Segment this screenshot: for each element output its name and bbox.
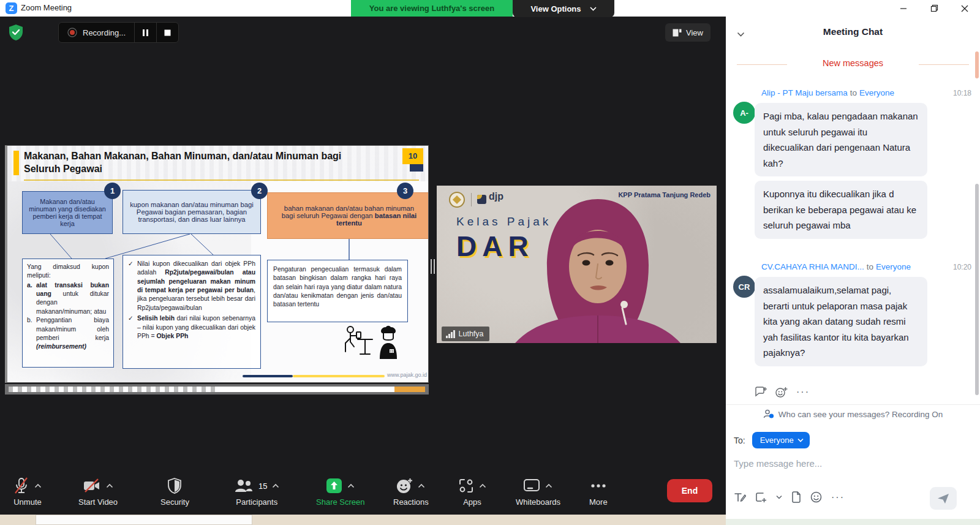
slide-box-kupon: kupon makanan dan/atau minuman bagi Pega… xyxy=(123,190,261,234)
emoji-icon[interactable] xyxy=(810,491,822,503)
input-more-icon[interactable]: ··· xyxy=(831,492,845,503)
unmute-options-caret[interactable] xyxy=(34,483,42,488)
share-screen-icon xyxy=(326,478,342,494)
panel-resize-handle[interactable] xyxy=(431,259,435,274)
slide-detail-nilai-kupon: ✓ Nilai kupon dikecualikan dari objek PP… xyxy=(123,255,261,369)
participant-name: Luthfya xyxy=(459,330,484,338)
slide-page-number: 10 xyxy=(402,148,423,164)
apps-icon xyxy=(458,478,474,494)
speaker-portrait xyxy=(497,195,699,343)
apps-options-caret[interactable] xyxy=(479,483,486,488)
to-label: To: xyxy=(734,436,745,445)
chat-panel-title: Meeting Chat xyxy=(726,26,980,37)
camera-off-icon xyxy=(83,478,101,493)
message-sender-line: Alip - PT Maju bersama to Everyone 10:18 xyxy=(761,88,971,97)
participants-count: 15 xyxy=(258,482,267,491)
view-options-button[interactable]: View Options xyxy=(513,0,614,17)
chat-scrollbar[interactable] xyxy=(975,184,979,395)
add-reaction-icon[interactable] xyxy=(775,387,788,398)
recipient-select-button[interactable]: Everyone xyxy=(752,432,810,448)
chat-message-bubble: assalamualaikum,selamat pagi, berarti un… xyxy=(755,277,927,366)
signal-strength-icon xyxy=(446,330,455,338)
share-options-caret[interactable] xyxy=(347,483,355,488)
minimize-button[interactable] xyxy=(888,0,919,17)
whiteboards-button[interactable]: Whiteboards xyxy=(516,475,560,507)
unmute-button[interactable]: Unmute xyxy=(13,475,42,507)
view-label: View xyxy=(686,28,703,37)
viewing-screen-banner: You are viewing Luthfya's screen xyxy=(351,0,513,17)
reply-in-thread-icon[interactable] xyxy=(755,387,767,398)
filmstrip-bar xyxy=(9,387,413,392)
kemenkeu-logo-icon xyxy=(449,192,465,208)
view-layout-button[interactable]: View xyxy=(665,23,710,42)
privacy-person-icon xyxy=(763,409,774,419)
avatar: A- xyxy=(733,102,755,124)
end-meeting-button[interactable]: End xyxy=(667,479,712,502)
reactions-button[interactable]: Reactions xyxy=(393,475,429,507)
zoom-logo-icon: Z xyxy=(6,2,17,14)
slide-accent-bar xyxy=(13,151,19,175)
slide-detail-pengaturan: Pengaturan pengecualian termasuk dalam b… xyxy=(267,260,408,322)
recipient-name: Everyone xyxy=(876,262,911,271)
view-options-label: View Options xyxy=(530,4,581,13)
participants-options-caret[interactable] xyxy=(272,483,279,488)
reactions-options-caret[interactable] xyxy=(418,483,425,488)
filmstrip-orange-segment xyxy=(394,387,425,392)
diner-and-chef-icons xyxy=(337,325,404,364)
participants-button[interactable]: 15 Participants xyxy=(234,475,279,507)
chat-message-input[interactable] xyxy=(734,455,969,471)
slide-step-3-badge: 3 xyxy=(397,183,413,199)
message-more-icon[interactable]: ··· xyxy=(796,387,810,398)
more-dots-icon xyxy=(590,483,606,488)
more-button[interactable]: More xyxy=(589,475,608,507)
speaker-video-tile: djp KPP Pratama Tanjung Redeb Kelas Paja… xyxy=(437,186,717,343)
reactions-smiley-icon xyxy=(396,478,413,494)
slide-footer-line-navy xyxy=(243,375,293,377)
slide-box-makanan: Makanan dan/atau minuman yang disediakan… xyxy=(22,191,113,234)
attach-file-icon[interactable] xyxy=(791,491,801,503)
slide-footer-line-yellow xyxy=(293,375,385,377)
share-screen-button[interactable]: Share Screen xyxy=(316,475,365,507)
chevron-down-icon xyxy=(590,7,597,11)
video-options-caret[interactable] xyxy=(106,483,113,488)
chat-recipient-row: To: Everyone xyxy=(734,432,810,448)
start-video-button[interactable]: Start Video xyxy=(78,475,118,507)
security-shield-icon xyxy=(167,478,182,494)
avatar: CR xyxy=(733,276,755,298)
restore-button[interactable] xyxy=(919,0,949,17)
sender-name: Alip - PT Maju bersama xyxy=(761,88,848,97)
apps-button[interactable]: Apps xyxy=(458,475,486,507)
stop-icon xyxy=(164,29,171,36)
send-message-button[interactable] xyxy=(930,487,957,510)
chevron-down-icon xyxy=(797,438,804,442)
screenshot-options-caret[interactable] xyxy=(776,495,782,499)
window-controls xyxy=(888,0,980,17)
screenshot-icon[interactable] xyxy=(755,492,767,503)
sender-name: CV.CAHAYA RHIA MANDI... xyxy=(761,262,864,271)
new-messages-label: New messages xyxy=(726,58,980,68)
pause-recording-button[interactable] xyxy=(134,22,156,43)
shared-screen-bottom-strip xyxy=(5,384,429,395)
send-plane-icon xyxy=(937,493,949,504)
check-icon: ✓ xyxy=(128,314,134,341)
whiteboard-icon xyxy=(523,478,540,493)
slide-title-underline xyxy=(24,179,419,181)
pause-icon xyxy=(142,29,149,37)
message-sender-line: CV.CAHAYA RHIA MANDI... to Everyone 10:2… xyxy=(761,262,971,271)
window-titlebar: Z Zoom Meeting You are viewing Luthfya's… xyxy=(0,0,980,17)
chat-privacy-notice[interactable]: Who can see your messages? Recording On xyxy=(726,409,980,419)
recording-label: Recording... xyxy=(83,28,126,37)
whiteboards-options-caret[interactable] xyxy=(545,483,552,488)
chat-divider xyxy=(726,404,980,405)
participant-name-label: Luthfya xyxy=(442,327,489,341)
kupon-intro: Yang dimaksud kupon meliputi: xyxy=(27,263,109,281)
window-bottom-edge xyxy=(726,519,980,525)
format-text-icon[interactable] xyxy=(734,492,746,503)
meeting-main-area: Recording... View Makanan, Bahan Makanan… xyxy=(0,17,726,525)
security-button[interactable]: Security xyxy=(160,475,189,507)
participants-icon xyxy=(234,478,254,493)
stop-recording-button[interactable] xyxy=(156,22,178,43)
background-window-sliver xyxy=(36,515,252,525)
chat-input-toolbar: ··· xyxy=(734,491,845,503)
close-button[interactable] xyxy=(949,0,980,17)
